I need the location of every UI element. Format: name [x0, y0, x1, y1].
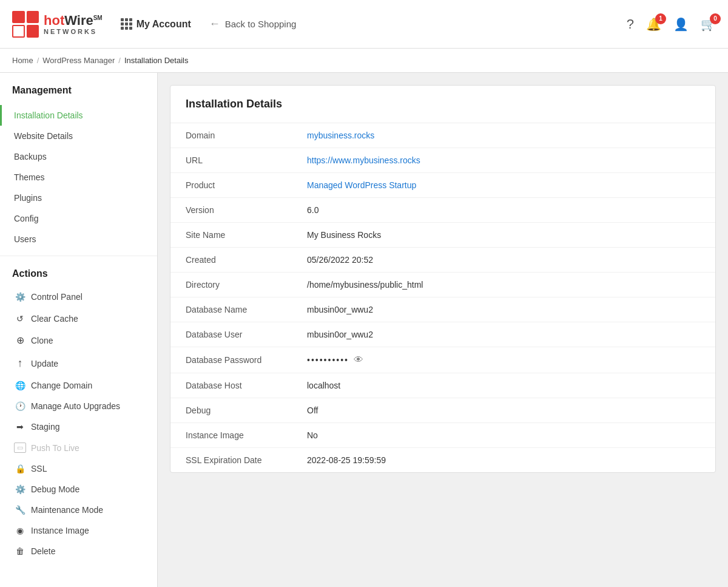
back-to-shopping-btn[interactable]: ← Back to Shopping	[209, 18, 297, 30]
field-value-database-user: mbusin0or_wwu2	[307, 330, 373, 339]
field-label-version: Version	[186, 205, 307, 215]
field-created: Created 05/26/2022 20:52	[170, 248, 715, 273]
field-value-database-name: mbusin0or_wwu2	[307, 305, 373, 314]
field-value-site-name: My Business Rocks	[307, 230, 381, 240]
logo-cell-tr	[27, 11, 39, 24]
field-value-version: 6.0	[307, 205, 318, 215]
field-database-password: Database Password •••••••••• 👁	[170, 347, 715, 373]
sidebar-item-config[interactable]: Config	[0, 208, 157, 229]
grid-dot	[121, 18, 124, 21]
sidebar-action-staging[interactable]: ➡ Staging	[0, 416, 157, 437]
debug-mode-icon: ⚙️	[14, 484, 26, 494]
logo-cell-bl	[12, 25, 25, 38]
sidebar-action-change-domain[interactable]: 🌐 Change Domain	[0, 375, 157, 396]
update-icon: ↑	[14, 357, 26, 370]
help-icon[interactable]: ?	[627, 16, 634, 32]
grid-dot	[121, 27, 124, 30]
field-value-directory: /home/mybusiness/public_html	[307, 280, 423, 290]
field-value-created: 05/26/2022 20:52	[307, 255, 373, 265]
field-label-database-name: Database Name	[186, 305, 307, 314]
logo[interactable]: hotWireSM NETWORKS	[12, 11, 103, 38]
field-ssl-expiration: SSL Expiration Date 2022-08-25 19:59:59	[170, 448, 715, 472]
field-label-debug: Debug	[186, 405, 307, 415]
field-label-directory: Directory	[186, 280, 307, 290]
sidebar-action-ssl[interactable]: 🔒 SSL	[0, 458, 157, 479]
notifications-icon[interactable]: 🔔 1	[646, 17, 661, 32]
sidebar-action-clone[interactable]: ⊕ Clone	[0, 329, 157, 351]
instance-image-icon: ◉	[14, 526, 26, 535]
change-domain-label: Change Domain	[31, 381, 92, 390]
my-account-btn[interactable]: My Account	[121, 18, 191, 30]
field-value-product[interactable]: Managed WordPress Startup	[307, 180, 416, 190]
grid-dot	[125, 18, 128, 21]
sidebar-action-delete[interactable]: 🗑 Delete	[0, 541, 157, 562]
field-database-name: Database Name mbusin0or_wwu2	[170, 297, 715, 322]
change-domain-icon: 🌐	[14, 381, 26, 390]
toggle-password-icon[interactable]: 👁	[354, 355, 363, 365]
breadcrumb-current: Installation Details	[124, 56, 189, 65]
field-site-name: Site Name My Business Rocks	[170, 223, 715, 248]
field-value-ssl-expiration: 2022-08-25 19:59:59	[307, 455, 386, 465]
control-panel-label: Control Panel	[31, 292, 83, 302]
sidebar-action-clear-cache[interactable]: ↺ Clear Cache	[0, 308, 157, 329]
field-domain: Domain mybusiness.rocks	[170, 123, 715, 148]
grid-dot	[129, 22, 132, 25]
sidebar-item-installation-details[interactable]: Installation Details	[0, 105, 157, 126]
back-to-shopping-label: Back to Shopping	[225, 19, 297, 29]
field-label-ssl-expiration: SSL Expiration Date	[186, 455, 307, 465]
content-card: Installation Details Domain mybusiness.r…	[170, 85, 716, 473]
control-panel-icon: ⚙️	[14, 291, 26, 303]
breadcrumb-sep2: /	[118, 56, 121, 65]
grid-icon	[121, 18, 132, 30]
field-label-domain: Domain	[186, 131, 307, 140]
field-value-url[interactable]: https://www.mybusiness.rocks	[307, 155, 420, 165]
instance-image-label: Instance Image	[31, 526, 89, 535]
delete-icon: 🗑	[14, 546, 26, 556]
grid-dot	[125, 22, 128, 25]
user-icon[interactable]: 👤	[673, 17, 689, 32]
breadcrumb-home[interactable]: Home	[12, 56, 33, 65]
field-value-database-password: ••••••••••	[307, 355, 349, 365]
ssl-icon: 🔒	[14, 464, 26, 473]
clear-cache-label: Clear Cache	[31, 314, 78, 324]
sidebar-item-plugins[interactable]: Plugins	[0, 188, 157, 208]
header: hotWireSM NETWORKS My Account ← Back to …	[0, 0, 728, 49]
sidebar-item-themes[interactable]: Themes	[0, 167, 157, 188]
update-label: Update	[31, 359, 58, 368]
field-value-domain[interactable]: mybusiness.rocks	[307, 131, 374, 140]
logo-text-block: hotWireSM NETWORKS	[44, 13, 103, 36]
sidebar-action-control-panel[interactable]: ⚙️ Control Panel	[0, 285, 157, 308]
sidebar-divider	[0, 256, 157, 256]
push-to-live-icon: ▭	[14, 443, 26, 453]
content-area: Installation Details Domain mybusiness.r…	[158, 73, 728, 587]
staging-label: Staging	[31, 422, 59, 432]
sidebar-item-website-details[interactable]: Website Details	[0, 126, 157, 146]
sidebar-action-maintenance-mode[interactable]: 🔧 Maintenance Mode	[0, 500, 157, 520]
ssl-label: SSL	[31, 464, 47, 473]
breadcrumb-wordpress-manager[interactable]: WordPress Manager	[42, 56, 115, 65]
logo-hot: hot	[44, 13, 64, 28]
sidebar-item-backups[interactable]: Backups	[0, 146, 157, 167]
breadcrumb: Home / WordPress Manager / Installation …	[0, 49, 728, 73]
sidebar-action-manage-auto-upgrades[interactable]: 🕐 Manage Auto Upgrades	[0, 396, 157, 416]
field-directory: Directory /home/mybusiness/public_html	[170, 273, 715, 297]
sidebar-action-instance-image[interactable]: ◉ Instance Image	[0, 520, 157, 541]
cart-icon[interactable]: 🛒 0	[701, 17, 716, 32]
sidebar-item-users[interactable]: Users	[0, 229, 157, 249]
sidebar-action-debug-mode[interactable]: ⚙️ Debug Mode	[0, 479, 157, 500]
manage-auto-upgrades-label: Manage Auto Upgrades	[31, 401, 120, 411]
clone-icon: ⊕	[14, 334, 26, 346]
logo-sm: SM	[93, 14, 103, 21]
maintenance-mode-icon: 🔧	[14, 505, 26, 515]
logo-name-line: hotWireSM	[44, 13, 103, 28]
field-value-database-host: localhost	[307, 381, 340, 390]
actions-title: Actions	[0, 262, 157, 285]
logo-cell-tl	[12, 11, 25, 24]
sidebar-action-update[interactable]: ↑ Update	[0, 351, 157, 375]
grid-dot	[129, 27, 132, 30]
grid-dot	[129, 18, 132, 21]
management-title: Management	[0, 85, 157, 105]
field-value-debug: Off	[307, 405, 318, 415]
grid-dot	[125, 27, 128, 30]
field-instance-image: Instance Image No	[170, 423, 715, 448]
